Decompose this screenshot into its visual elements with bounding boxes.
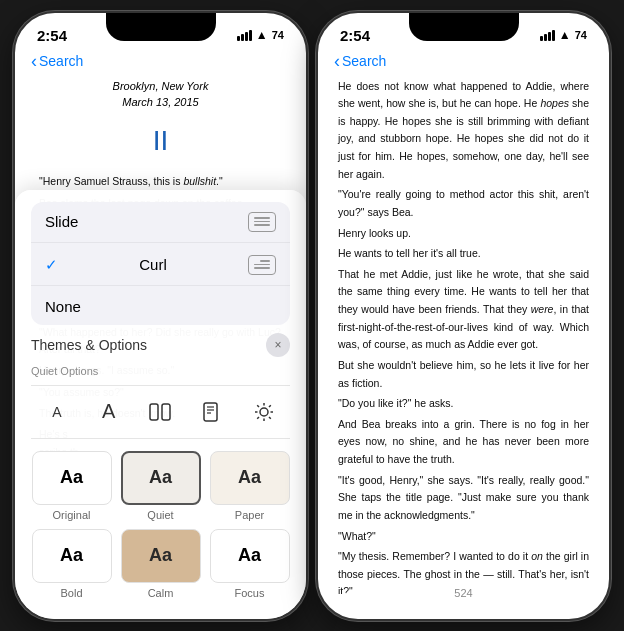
theme-quiet[interactable]: Aa Quiet [120, 451, 201, 521]
wifi-icon: ▲ [256, 28, 268, 42]
close-button[interactable]: × [266, 333, 290, 357]
status-bar-right: 2:54 ▲ 74 [318, 13, 609, 48]
svg-rect-2 [204, 403, 217, 421]
theme-original-label: Original [53, 509, 91, 521]
book-content-right: He does not know what happened to Addie,… [318, 78, 609, 594]
time-right: 2:54 [340, 27, 370, 44]
right-para-7: "Do you like it?" he asks. [338, 395, 589, 413]
curl-label: Curl [139, 256, 167, 273]
slide-label: Slide [45, 213, 78, 230]
right-para-8: And Bea breaks into a grin. There is no … [338, 416, 589, 469]
wifi-icon-right: ▲ [559, 28, 571, 42]
theme-quiet-preview: Aa [121, 451, 201, 505]
theme-paper-text: Aa [238, 467, 261, 488]
format-toolbar: A A [31, 385, 290, 439]
right-para-2: "You're really going to method actor thi… [338, 186, 589, 221]
curl-icon [248, 255, 276, 275]
right-para-1: He does not know what happened to Addie,… [338, 78, 589, 184]
nav-bar-right: ‹ Search [318, 48, 609, 78]
back-label-right: Search [342, 53, 386, 69]
status-bar-left: 2:54 ▲ 74 [15, 13, 306, 48]
signal-icon-right [540, 30, 555, 41]
svg-line-13 [269, 405, 271, 407]
theme-original-preview: Aa [32, 451, 112, 505]
left-phone: 2:54 ▲ 74 ‹ Search Brooklyn, Ne [13, 11, 308, 621]
time-left: 2:54 [37, 27, 67, 44]
battery-left: 74 [272, 29, 284, 41]
phones-container: 2:54 ▲ 74 ‹ Search Brooklyn, Ne [13, 11, 611, 621]
theme-bold-label: Bold [60, 587, 82, 599]
theme-calm-label: Calm [148, 587, 174, 599]
theme-focus-text: Aa [238, 545, 261, 566]
font-large-label: A [102, 400, 115, 423]
back-button-right[interactable]: ‹ Search [334, 52, 386, 70]
back-label-left: Search [39, 53, 83, 69]
brightness-icon [254, 402, 274, 422]
theme-paper-preview: Aa [210, 451, 290, 505]
book-para-1: "Henry Samuel Strauss, this is bullshit.… [39, 173, 282, 190]
svg-line-14 [257, 417, 259, 419]
chapter-number: II [39, 119, 282, 164]
overlay-panel: Slide ✓ Curl None Themes [15, 190, 306, 619]
theme-bold-preview: Aa [32, 529, 112, 583]
page-style-button[interactable] [194, 394, 230, 430]
back-chevron-right: ‹ [334, 52, 340, 70]
svg-rect-0 [150, 404, 158, 420]
slide-options: Slide ✓ Curl None [31, 202, 290, 325]
theme-paper-label: Paper [235, 509, 264, 521]
themes-header: Themes & Options × [31, 333, 290, 357]
theme-original-text: Aa [60, 467, 83, 488]
theme-quiet-text: Aa [149, 467, 172, 488]
close-icon: × [274, 338, 281, 352]
theme-calm-text: Aa [149, 545, 172, 566]
font-small-label: A [52, 404, 61, 420]
battery-right: 74 [575, 29, 587, 41]
svg-point-6 [260, 408, 268, 416]
theme-bold[interactable]: Aa Bold [31, 529, 112, 599]
back-chevron-left: ‹ [31, 52, 37, 70]
right-para-6: But she wouldn't believe him, so he lets… [338, 357, 589, 392]
theme-original[interactable]: Aa Original [31, 451, 112, 521]
theme-calm[interactable]: Aa Calm [120, 529, 201, 599]
checkmark-curl: ✓ [45, 256, 58, 274]
status-icons-right: ▲ 74 [540, 28, 587, 42]
font-size-large-button[interactable]: A [91, 394, 127, 430]
book-location: Brooklyn, New YorkMarch 13, 2015 [113, 80, 209, 109]
page-icon [203, 402, 221, 422]
slide-icon [248, 212, 276, 232]
nav-bar-left: ‹ Search [15, 48, 306, 78]
book-header: Brooklyn, New YorkMarch 13, 2015 [39, 78, 282, 111]
slide-option-none[interactable]: None [31, 288, 290, 325]
svg-line-11 [257, 405, 259, 407]
theme-paper[interactable]: Aa Paper [209, 451, 290, 521]
theme-focus-preview: Aa [210, 529, 290, 583]
themes-title: Themes & Options [31, 337, 147, 353]
theme-focus[interactable]: Aa Focus [209, 529, 290, 599]
slide-option-curl[interactable]: ✓ Curl [31, 245, 290, 286]
quiet-options-label: Quiet Options [31, 365, 290, 377]
font-size-small-button[interactable]: A [39, 394, 75, 430]
right-para-10: "What?" [338, 528, 589, 546]
right-phone: 2:54 ▲ 74 ‹ Search He does not know what [316, 11, 611, 621]
theme-grid: Aa Original Aa Quiet Aa Paper [31, 451, 290, 599]
right-para-5: That he met Addie, just like he wrote, t… [338, 266, 589, 354]
columns-icon [149, 403, 171, 421]
signal-icon [237, 30, 252, 41]
none-label: None [45, 298, 81, 315]
right-para-3: Henry looks up. [338, 225, 589, 243]
back-button-left[interactable]: ‹ Search [31, 52, 83, 70]
right-para-4: He wants to tell her it's all true. [338, 245, 589, 263]
book-layout-button[interactable] [142, 394, 178, 430]
brightness-button[interactable] [246, 394, 282, 430]
right-para-9: "It's good, Henry," she says. "It's real… [338, 472, 589, 525]
slide-option-slide[interactable]: Slide [31, 202, 290, 243]
theme-focus-label: Focus [235, 587, 265, 599]
svg-rect-1 [162, 404, 170, 420]
theme-quiet-label: Quiet [147, 509, 173, 521]
theme-bold-text: Aa [60, 545, 83, 566]
page-number: 524 [318, 587, 609, 599]
theme-calm-preview: Aa [121, 529, 201, 583]
status-icons-left: ▲ 74 [237, 28, 284, 42]
svg-line-12 [269, 417, 271, 419]
